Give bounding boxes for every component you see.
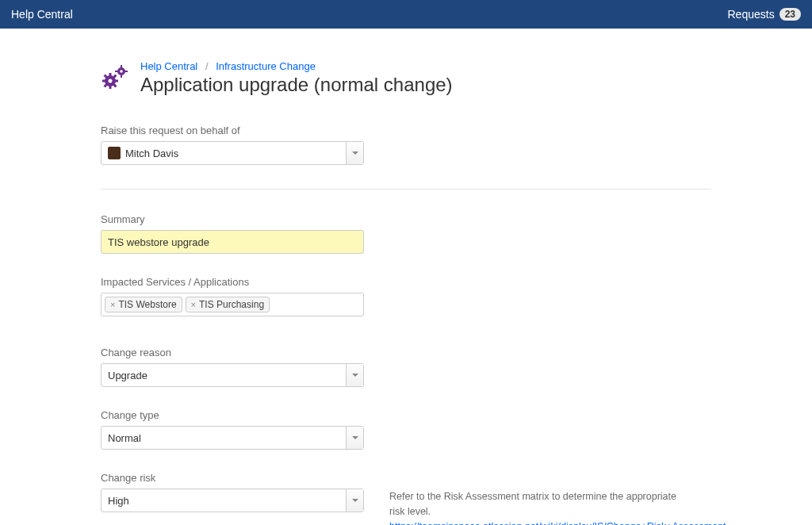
svg-rect-2: [109, 73, 112, 77]
tag-label: TIS Purchasing: [199, 299, 264, 310]
requester-field: Raise this request on behalf of Mitch Da…: [101, 125, 711, 165]
tag-item[interactable]: × TIS Purchasing: [186, 297, 270, 312]
chevron-down-icon: [346, 427, 363, 449]
svg-rect-15: [124, 71, 128, 72]
summary-label: Summary: [101, 213, 711, 225]
impacted-label: Impacted Services / Applications: [101, 276, 711, 288]
change-type-label: Change type: [101, 409, 711, 421]
page-title: Application upgrade (normal change): [140, 74, 453, 96]
tag-remove-icon[interactable]: ×: [110, 301, 115, 309]
impacted-input[interactable]: × TIS Webstore × TIS Purchasing: [101, 293, 364, 316]
change-type-value: Normal: [108, 432, 141, 444]
help-link[interactable]: https://teamsinspace.atlassian.net/wiki/…: [389, 521, 726, 526]
change-risk-select[interactable]: High: [101, 489, 364, 512]
svg-point-1: [109, 79, 113, 83]
tag-label: TIS Webstore: [118, 299, 176, 310]
topbar: Help Central Requests 23: [0, 0, 812, 29]
tag-item[interactable]: × TIS Webstore: [105, 297, 182, 312]
breadcrumb-root[interactable]: Help Central: [140, 60, 197, 72]
requester-select[interactable]: Mitch Davis: [101, 141, 364, 165]
page-header: Help Central / Infrastructure Change App…: [101, 60, 711, 96]
breadcrumb-category[interactable]: Infrastructure Change: [216, 60, 316, 72]
change-reason-label: Change reason: [101, 347, 711, 358]
breadcrumb-separator: /: [205, 60, 209, 72]
svg-point-11: [120, 70, 123, 73]
change-reason-value: Upgrade: [108, 370, 147, 381]
change-risk-value: High: [108, 495, 129, 507]
requests-link[interactable]: Requests 23: [727, 8, 801, 21]
chevron-down-icon: [346, 142, 363, 164]
svg-rect-4: [102, 80, 106, 82]
requester-label: Raise this request on behalf of: [101, 125, 711, 136]
gears-icon: [101, 63, 129, 92]
change-risk-help: Refer to the Risk Assessment matrix to d…: [389, 489, 691, 525]
change-reason-select[interactable]: Upgrade: [101, 363, 364, 387]
chevron-down-icon: [346, 489, 363, 512]
requester-value: Mitch Davis: [125, 148, 178, 159]
change-risk-label: Change risk: [101, 472, 364, 484]
form-container: Help Central / Infrastructure Change App…: [101, 29, 711, 525]
avatar: [108, 147, 121, 159]
change-reason-field: Change reason Upgrade: [101, 347, 711, 387]
svg-rect-12: [121, 65, 122, 68]
change-type-field: Change type Normal: [101, 409, 711, 450]
svg-rect-5: [114, 80, 118, 82]
requests-count-badge: 23: [779, 8, 801, 21]
svg-rect-3: [109, 85, 112, 89]
summary-input[interactable]: [101, 230, 364, 254]
help-text-body: Refer to the Risk Assessment matrix to d…: [389, 491, 676, 517]
tag-remove-icon[interactable]: ×: [191, 301, 196, 309]
svg-rect-14: [115, 71, 118, 72]
topbar-title[interactable]: Help Central: [11, 8, 73, 21]
summary-field: Summary: [101, 213, 711, 254]
change-type-select[interactable]: Normal: [101, 426, 364, 450]
section-divider: [101, 189, 711, 190]
svg-rect-13: [121, 75, 122, 78]
chevron-down-icon: [346, 364, 363, 386]
impacted-field: Impacted Services / Applications × TIS W…: [101, 276, 711, 316]
requests-label: Requests: [727, 8, 774, 21]
breadcrumb: Help Central / Infrastructure Change: [140, 60, 453, 72]
change-risk-field: Change risk High Refer to the Risk Asses…: [101, 472, 711, 525]
